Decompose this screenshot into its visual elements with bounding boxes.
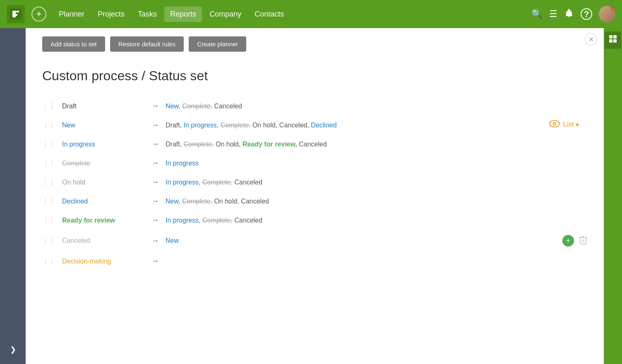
status-name-onhold[interactable]: On hold: [62, 179, 145, 186]
status-name-decisionmaking[interactable]: Decision-making: [62, 258, 145, 265]
drag-handle[interactable]: ⋮⋮: [42, 216, 55, 224]
drag-handle[interactable]: ⋮⋮: [42, 140, 55, 148]
nav-right: 🔍 ☰ ? 1: [531, 6, 615, 22]
status-name-readyforreview[interactable]: Ready for review: [62, 217, 145, 224]
target-new[interactable]: New,: [166, 198, 180, 205]
status-targets-onhold: In progress, Complete, Canceled: [166, 179, 587, 186]
target-new[interactable]: New,: [166, 103, 180, 110]
status-row-inprogress: ⋮⋮ In progress → Draft, Complete, On hol…: [42, 135, 587, 154]
status-name-declined[interactable]: Declined: [62, 198, 145, 205]
target-inprogress[interactable]: In progress: [166, 160, 199, 167]
search-icon[interactable]: 🔍: [531, 9, 543, 19]
status-name-draft[interactable]: Draft: [62, 103, 145, 110]
target-onhold[interactable]: On hold,: [214, 198, 239, 205]
status-name-inprogress[interactable]: In progress: [62, 141, 145, 148]
row-actions-canceled: +: [562, 235, 587, 247]
status-name-complete[interactable]: Complete: [62, 160, 145, 167]
restore-rules-button[interactable]: Restore default rules: [110, 36, 184, 52]
sidebar-right: [604, 28, 622, 364]
main-layout: ❯ ✕ Add status to set Restore default ru…: [0, 28, 622, 364]
arrow-icon: →: [151, 257, 159, 266]
avatar[interactable]: 1: [599, 6, 615, 22]
target-inprogress[interactable]: In progress,: [166, 217, 200, 224]
status-name-new[interactable]: New: [62, 122, 145, 129]
target-canceled[interactable]: Canceled: [234, 179, 262, 186]
arrow-icon: →: [151, 237, 159, 245]
target-onhold[interactable]: On hold,: [216, 141, 240, 148]
add-status-button[interactable]: Add status to set: [42, 36, 105, 52]
status-name-canceled[interactable]: Canceled: [62, 237, 145, 244]
target-inprogress[interactable]: In progress,: [184, 122, 219, 129]
target-readyforreview[interactable]: Ready for review,: [243, 141, 297, 148]
sidebar-widget-icon[interactable]: [605, 31, 621, 49]
nav-planner[interactable]: Planner: [53, 7, 90, 22]
arrow-icon: →: [151, 121, 159, 129]
status-targets-inprogress: Draft, Complete, On hold, Ready for revi…: [166, 141, 587, 148]
create-planner-button[interactable]: Create planner: [189, 36, 246, 52]
main-content: ✕ Add status to set Restore default rule…: [26, 28, 604, 364]
top-nav: + Planner Projects Tasks Reports Company…: [0, 0, 622, 28]
delete-row-button[interactable]: [579, 235, 587, 247]
app-logo[interactable]: [7, 5, 25, 23]
target-draft[interactable]: Draft,: [166, 122, 182, 129]
target-complete[interactable]: Complete,: [182, 103, 212, 110]
nav-company[interactable]: Company: [204, 7, 247, 22]
sidebar-left: ❯: [0, 28, 26, 364]
arrow-icon: →: [151, 102, 159, 110]
target-complete[interactable]: Complete,: [202, 179, 233, 186]
status-row-readyforreview: ⋮⋮ Ready for review → In progress, Compl…: [42, 211, 587, 230]
close-button[interactable]: ✕: [585, 33, 597, 46]
drag-handle[interactable]: ⋮⋮: [42, 102, 55, 110]
nav-add-button[interactable]: +: [31, 7, 46, 22]
drag-handle[interactable]: ⋮⋮: [42, 257, 55, 265]
svg-rect-6: [609, 39, 612, 43]
nav-reports[interactable]: Reports: [164, 7, 202, 22]
target-onhold[interactable]: On hold,: [252, 122, 277, 129]
status-row-canceled: ⋮⋮ Canceled → New +: [42, 230, 587, 252]
drag-handle[interactable]: ⋮⋮: [42, 197, 55, 205]
svg-rect-4: [609, 35, 612, 38]
target-complete[interactable]: Complete,: [221, 122, 251, 129]
target-complete[interactable]: Complete,: [184, 141, 214, 148]
drag-handle[interactable]: ⋮⋮: [42, 159, 55, 167]
page-title: Custom process / Status set: [42, 68, 587, 84]
target-canceled[interactable]: Canceled: [241, 198, 269, 205]
target-declined[interactable]: Declined: [311, 122, 336, 129]
status-targets-readyforreview: In progress, Complete, Canceled: [166, 217, 587, 224]
target-canceled[interactable]: Canceled: [214, 103, 242, 110]
nav-projects[interactable]: Projects: [92, 7, 130, 22]
status-row-onhold: ⋮⋮ On hold → In progress, Complete, Canc…: [42, 173, 587, 192]
target-new[interactable]: New: [166, 237, 179, 244]
svg-rect-5: [613, 35, 617, 38]
arrow-icon: →: [151, 159, 159, 168]
target-canceled[interactable]: Canceled: [299, 141, 327, 148]
target-inprogress[interactable]: In progress,: [166, 179, 200, 186]
target-draft[interactable]: Draft,: [166, 141, 182, 148]
nav-tasks[interactable]: Tasks: [132, 7, 163, 22]
arrow-icon: →: [151, 140, 159, 148]
drag-handle[interactable]: ⋮⋮: [42, 237, 55, 245]
notifications-icon[interactable]: [564, 8, 574, 20]
nav-contacts[interactable]: Contacts: [249, 7, 290, 22]
status-targets-complete: In progress: [166, 160, 587, 167]
add-target-button[interactable]: +: [562, 235, 574, 247]
target-complete[interactable]: Complete,: [182, 198, 212, 205]
help-icon[interactable]: ?: [581, 8, 592, 20]
close-icon: ✕: [588, 36, 594, 43]
status-row-complete: ⋮⋮ Complete → In progress: [42, 154, 587, 173]
menu-icon[interactable]: ☰: [549, 9, 557, 19]
target-complete[interactable]: Complete,: [202, 217, 233, 224]
arrow-icon: →: [151, 178, 159, 187]
status-list: ⋮⋮ Draft → New, Complete, Canceled ⋮⋮ Ne…: [42, 97, 587, 271]
target-canceled[interactable]: Canceled: [234, 217, 262, 224]
status-row-declined: ⋮⋮ Declined → New, Complete, On hold, Ca…: [42, 192, 587, 211]
nav-links: Planner Projects Tasks Reports Company C…: [53, 7, 528, 22]
drag-handle[interactable]: ⋮⋮: [42, 178, 55, 186]
drag-handle[interactable]: ⋮⋮: [42, 121, 55, 129]
action-buttons: Add status to set Restore default rules …: [42, 36, 587, 52]
status-targets-new: Draft, In progress, Complete, On hold, C…: [166, 122, 587, 129]
status-targets-declined: New, Complete, On hold, Canceled: [166, 198, 587, 205]
target-canceled[interactable]: Canceled,: [279, 122, 309, 129]
arrow-icon: →: [151, 197, 159, 206]
sidebar-expand-icon[interactable]: ❯: [7, 342, 19, 357]
